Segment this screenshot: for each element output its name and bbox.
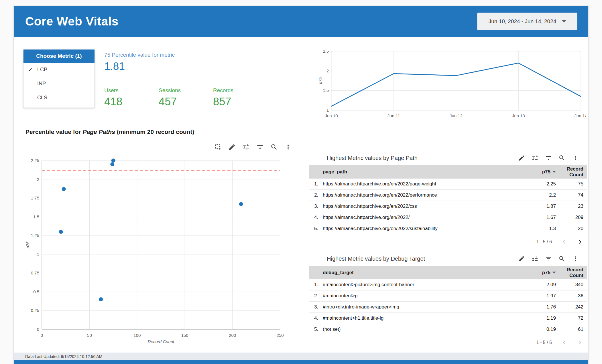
date-range-picker[interactable]: Jun 10, 2024 - Jun 14, 2024 [477, 13, 577, 30]
column-header-record-count[interactable]: Record Count [559, 166, 587, 177]
svg-text:Jun 13: Jun 13 [512, 113, 525, 118]
pagination-label: 1 - 5 / 6 [536, 239, 552, 244]
metric-option-lcp[interactable]: ✓LCP [23, 63, 95, 77]
table-rows: 1.https://almanac.httparchive.org/en/202… [309, 179, 587, 234]
row-p75: 2.2 [522, 192, 559, 198]
zoom-icon[interactable] [558, 255, 565, 262]
table-row[interactable]: 5.(not set)0.1961 [309, 324, 587, 335]
more-vert-icon[interactable] [572, 155, 579, 161]
metric-options: ✓LCPINPCLS [23, 63, 95, 105]
svg-text:0.5: 0.5 [33, 289, 39, 294]
chevron-right-icon[interactable] [577, 238, 584, 246]
more-vert-icon[interactable] [572, 255, 579, 262]
tune-icon[interactable] [532, 155, 538, 161]
svg-text:250: 250 [276, 333, 284, 338]
caret-down-icon [562, 20, 566, 23]
row-index: 5. [309, 226, 323, 232]
row-index: 2. [309, 192, 323, 198]
tune-icon[interactable] [532, 255, 538, 262]
percentile-label: 75 Percentile value for metric [104, 52, 175, 58]
page-title: Core Web Vitals [25, 15, 119, 28]
sort-descending-icon [552, 171, 556, 173]
more-vert-icon[interactable] [284, 143, 292, 151]
row-key: #maincontent>p [323, 293, 522, 299]
svg-text:2: 2 [326, 68, 329, 73]
scatter-plot-svg[interactable]: 00.250.50.7511.251.51.7522.2505010015020… [25, 155, 286, 347]
svg-text:1.5: 1.5 [323, 88, 329, 93]
svg-text:1: 1 [326, 108, 329, 112]
table-row[interactable]: 3.https://almanac.httparchive.org/en/202… [309, 201, 587, 212]
footer-accent-bar [14, 360, 588, 364]
section-title: Percentile value for Page Paths (minimum… [25, 128, 194, 135]
svg-text:p75: p75 [25, 242, 30, 249]
svg-text:2.5: 2.5 [323, 49, 329, 54]
sort-descending-icon [552, 272, 556, 274]
metric-option-inp[interactable]: INP [23, 77, 95, 91]
filter-icon[interactable] [256, 143, 264, 151]
column-header-p75[interactable]: p75 [522, 270, 559, 276]
table-toolbar [518, 255, 579, 262]
row-count: 74 [559, 192, 587, 198]
edit-icon[interactable] [518, 155, 525, 161]
filter-icon[interactable] [545, 155, 552, 161]
svg-text:Jun 14: Jun 14 [574, 113, 586, 118]
row-index: 4. [309, 315, 323, 321]
marquee-select-icon[interactable] [214, 143, 222, 151]
filter-icon[interactable] [545, 255, 552, 262]
report-header: Core Web Vitals Jun 10, 2024 - Jun 14, 2… [14, 6, 588, 37]
sessions-label: Sessions [159, 87, 213, 94]
table-row[interactable]: 2.#maincontent>p1.9736 [309, 290, 587, 302]
column-header-debug-target[interactable]: debug_target [323, 270, 522, 276]
table-row[interactable]: 1.#maincontent>picture>img.content-banne… [309, 279, 587, 290]
row-key: (not set) [323, 327, 522, 332]
chevron-right-icon [577, 339, 584, 346]
column-header-record-count[interactable]: Record Count [559, 267, 587, 278]
table-row[interactable]: 4.https://almanac.httparchive.org/en/202… [309, 212, 587, 223]
row-p75: 1.19 [522, 315, 559, 321]
svg-text:0.75: 0.75 [31, 270, 39, 275]
row-index: 2. [309, 293, 323, 299]
p75-trend-chart: 11.522.5Jun 10Jun 11Jun 12Jun 13Jun 14p7… [318, 47, 586, 122]
users-label: Users [104, 87, 159, 94]
table-row[interactable]: 3.#intro>div.intro-image-wrapper>img1.76… [309, 302, 587, 313]
table-row[interactable]: 2.https://almanac.httparchive.org/en/202… [309, 190, 587, 201]
table-row[interactable]: 4.#maincontent>h1.title.title-lg1.1972 [309, 313, 587, 324]
table-row[interactable]: 1.https://almanac.httparchive.org/en/202… [309, 179, 587, 190]
zoom-icon[interactable] [270, 143, 278, 151]
svg-text:100: 100 [133, 333, 141, 338]
metric-option-cls[interactable]: CLS [23, 91, 95, 105]
row-index: 3. [309, 304, 323, 310]
row-count: 61 [559, 327, 587, 332]
svg-text:Jun 12: Jun 12 [450, 113, 463, 118]
svg-text:1.5: 1.5 [33, 214, 39, 219]
percentile-value: 1.81 [104, 60, 175, 72]
svg-text:Record Count: Record Count [148, 339, 174, 344]
svg-text:0: 0 [41, 333, 43, 338]
table-row[interactable]: 5.https://almanac.httparchive.org/en/202… [309, 223, 587, 234]
report-footer: Data Last Updated: 6/15/2024 10:12:50 AM [14, 353, 588, 360]
metric-selector-header[interactable]: Choose Metric (1) [23, 50, 95, 63]
zoom-icon[interactable] [558, 155, 565, 161]
column-header-p75[interactable]: p75 [522, 169, 559, 175]
column-header-page-path[interactable]: page_path [323, 169, 522, 175]
report-body: Choose Metric (1) ✓LCPINPCLS 75 Percenti… [14, 37, 588, 353]
row-count: 23 [559, 203, 587, 209]
users-value: 418 [104, 96, 159, 108]
records-scorecard: Records 857 [213, 87, 267, 108]
trend-line-chart-svg[interactable]: 11.522.5Jun 10Jun 11Jun 12Jun 13Jun 14p7… [318, 47, 586, 122]
metric-selector: Choose Metric (1) ✓LCPINPCLS [23, 50, 95, 108]
row-p75: 1.76 [522, 304, 559, 310]
edit-icon[interactable] [228, 143, 236, 151]
percentile-scorecard: 75 Percentile value for metric 1.81 [104, 52, 175, 72]
table-title: Highest Metric values by Page Path [327, 155, 418, 161]
svg-text:p75: p75 [318, 77, 323, 84]
row-p75: 2.25 [522, 181, 559, 187]
row-index: 4. [309, 215, 323, 220]
table-header-row: debug_target p75 Record Count [309, 266, 587, 279]
svg-text:200: 200 [229, 333, 236, 338]
tune-icon[interactable] [242, 143, 250, 151]
edit-icon[interactable] [518, 255, 525, 262]
metric-option-label: INP [37, 81, 46, 87]
svg-text:2: 2 [37, 177, 39, 182]
row-index: 3. [309, 203, 323, 209]
